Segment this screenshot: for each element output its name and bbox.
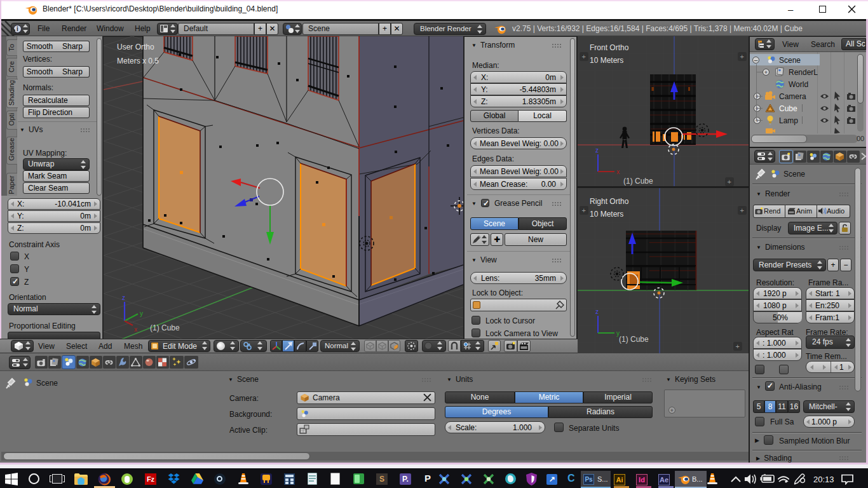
svg-text:(1) Cube: (1) Cube [150,323,180,332]
svg-text:Right Ortho: Right Ortho [590,197,629,206]
svg-text:+: + [582,207,586,214]
svg-text:+: + [736,342,740,350]
svg-text:z: z [595,308,599,315]
svg-text:User Ortho: User Ortho [117,43,154,51]
svg-text:z: z [122,294,125,301]
svg-text:(1) Cube: (1) Cube [619,335,649,344]
svg-text:+: + [740,53,744,60]
svg-text:x: x [134,326,137,333]
svg-text:10 Meters: 10 Meters [590,210,623,219]
svg-text:y: y [140,310,143,317]
svg-text:x: x [616,168,620,175]
svg-text:10 Meters: 10 Meters [590,56,623,65]
svg-text:+: + [582,53,586,60]
svg-text:+: + [728,178,731,186]
svg-text:Meters x 0.5: Meters x 0.5 [117,57,159,65]
svg-text:z: z [595,147,599,154]
svg-text:Front Ortho: Front Ortho [590,43,629,52]
svg-text:+: + [740,207,744,214]
svg-text:(1) Cube: (1) Cube [623,177,653,186]
